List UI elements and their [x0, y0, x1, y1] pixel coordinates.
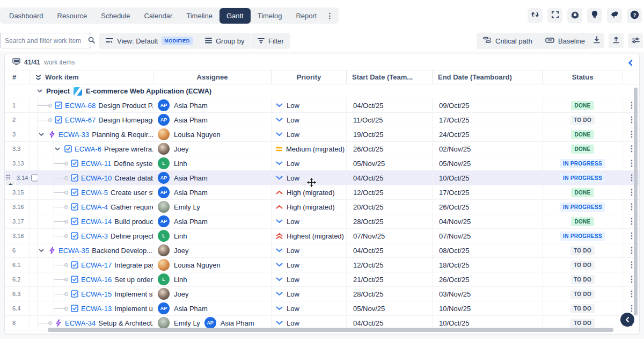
start-date-cell[interactable]: 21/Oct/25 [347, 272, 433, 286]
work-item-key-link[interactable]: ECWA-3 [81, 232, 108, 240]
assignee-cell[interactable]: Emily Ly [153, 200, 272, 214]
work-item-key-link[interactable]: ECWA-34 [65, 319, 96, 327]
end-date-cell[interactable]: 24/Oct/25 [433, 127, 543, 141]
status-cell[interactable]: TO DO [543, 287, 623, 301]
header-priority[interactable]: Priority [272, 70, 347, 84]
start-date-cell[interactable]: 11/Oct/25 [347, 113, 433, 127]
assignee-cell[interactable]: LLinh [153, 272, 272, 286]
end-date-cell[interactable]: 09/Oct/25 [433, 98, 543, 112]
end-date-cell[interactable]: 17/Oct/25 [433, 185, 543, 199]
status-cell[interactable]: TO DO [543, 258, 623, 272]
end-date-cell[interactable]: 26/Oct/25 [433, 200, 543, 214]
assignee-cell[interactable]: APAsia Pham [153, 98, 272, 112]
horizontal-scrollbar[interactable] [48, 328, 613, 332]
start-date-cell[interactable]: 05/Nov/25 [347, 301, 433, 315]
header-work-item[interactable]: Work item [30, 70, 153, 84]
table-row[interactable]: 3.13ECWA-11Define system ...LLinhLow05/N… [5, 156, 639, 171]
assignee-cell[interactable]: LLinh [153, 229, 272, 243]
start-date-cell[interactable]: 28/Oct/25 [347, 214, 433, 228]
assignee-cell[interactable]: APAsia Pham [153, 214, 272, 228]
collapse-table-icon[interactable] [628, 59, 633, 68]
assignee-cell[interactable]: APAsia Pham [153, 171, 272, 185]
table-row[interactable]: 3.3ECWA-6Prepare wirefra...JoeyMedium (m… [5, 142, 639, 156]
priority-cell[interactable]: Low [272, 272, 347, 286]
priority-cell[interactable]: High (migrated) [272, 185, 347, 199]
table-row[interactable]: 6.2ECWA-16Set up order pr...LLinhLow21/O… [5, 272, 639, 287]
priority-cell[interactable]: Low [272, 301, 347, 315]
status-cell[interactable]: TO DO [543, 243, 623, 257]
help-button[interactable]: ? [627, 8, 642, 23]
nav-tab-resource[interactable]: Resource [50, 8, 94, 24]
status-cell[interactable]: TO DO [543, 113, 623, 127]
start-date-cell[interactable]: 28/Oct/25 [347, 287, 433, 301]
link-point-icon[interactable] [64, 263, 68, 267]
status-cell[interactable]: DONE [543, 127, 623, 141]
end-date-cell[interactable]: 10/Nov/25 [433, 301, 543, 315]
link-point-icon[interactable] [48, 104, 52, 107]
priority-cell[interactable]: Low [272, 156, 347, 170]
table-row[interactable]: 6.3ECWA-15Implement sho...JoeyLow28/Oct/… [5, 287, 639, 301]
work-item-key-link[interactable]: ECWA-35 [58, 247, 89, 255]
priority-cell[interactable]: Low [272, 258, 347, 272]
priority-cell[interactable]: High (migrated) [272, 200, 347, 214]
export-button[interactable] [589, 33, 604, 48]
table-row[interactable]: 3ECWA-33Planning & Requir...Louisa Nguye… [5, 127, 639, 142]
nav-tab-report[interactable]: Report [289, 8, 324, 24]
group-by-button[interactable]: Group by [199, 33, 251, 49]
status-cell[interactable]: IN PROGRESS [543, 200, 623, 214]
expand-chevron-icon[interactable] [39, 249, 44, 253]
sync-button[interactable] [528, 8, 543, 23]
end-date-cell[interactable]: 04/Nov/25 [433, 214, 543, 228]
end-date-cell[interactable]: 17/Oct/25 [433, 113, 543, 127]
link-point-icon[interactable] [64, 162, 68, 165]
work-item-key-link[interactable]: ECWA-10 [81, 174, 112, 182]
work-item-key-link[interactable]: ECWA-6 [75, 145, 101, 153]
expand-chevron-icon[interactable] [55, 147, 60, 151]
start-date-cell[interactable]: 20/Oct/25 [347, 200, 433, 214]
assignee-cell[interactable]: Joey [153, 287, 272, 301]
status-cell[interactable]: TO DO [543, 272, 623, 286]
priority-cell[interactable]: Low [272, 98, 347, 112]
priority-cell[interactable]: Low [272, 287, 347, 301]
start-date-cell[interactable]: 26/Oct/25 [347, 142, 433, 156]
nav-tab-calendar[interactable]: Calendar [137, 8, 179, 24]
end-date-cell[interactable]: 26/Oct/25 [433, 272, 543, 286]
header-start-date[interactable]: Start Date (Team... [347, 70, 433, 84]
priority-cell[interactable]: Low [272, 171, 347, 185]
priority-cell[interactable]: Medium (migrated) [272, 142, 347, 156]
header-assignee[interactable]: Assignee [153, 70, 272, 84]
work-item-key-link[interactable]: ECWA-14 [81, 218, 112, 226]
priority-cell[interactable]: Low [272, 127, 347, 141]
work-item-key-link[interactable]: ECWA-67 [65, 116, 96, 124]
link-point-icon[interactable] [48, 118, 52, 122]
status-cell[interactable]: IN PROGRESS [543, 229, 623, 243]
start-date-cell[interactable]: 04/Oct/25 [347, 171, 433, 185]
table-row[interactable]: 2ECWA-67Design HomepageAPAsia PhamLow11/… [5, 113, 639, 127]
status-cell[interactable]: DONE [543, 142, 623, 156]
fullscreen-button[interactable] [547, 8, 562, 23]
table-row[interactable]: 3.15ECWA-5Create user stor...APAsia Pham… [5, 185, 639, 200]
announcements-button[interactable] [607, 8, 622, 23]
status-cell[interactable]: DONE [543, 185, 623, 199]
expand-chevron-icon[interactable] [39, 133, 44, 136]
collapse-all-icon[interactable] [35, 74, 41, 81]
end-date-cell[interactable]: 10/Oct/25 [433, 171, 543, 185]
table-row[interactable]: 6.1ECWA-17Integrate paym...Louisa Nguyen… [5, 258, 639, 272]
end-date-cell[interactable]: 07/Nov/25 [433, 229, 543, 243]
nav-tab-schedule[interactable]: Schedule [94, 8, 137, 24]
nav-more-menu[interactable]: ⋮ [324, 11, 335, 20]
end-date-cell[interactable]: 08/Oct/25 [433, 243, 543, 257]
link-point-icon[interactable] [64, 220, 68, 223]
link-point-icon[interactable] [64, 176, 68, 180]
status-cell[interactable]: IN PROGRESS [543, 156, 623, 170]
priority-cell[interactable]: Low [272, 113, 347, 127]
start-date-cell[interactable]: 07/Nov/25 [347, 229, 433, 243]
link-point-icon[interactable] [64, 292, 68, 296]
view-button[interactable]: View: Default MODIFIED [99, 33, 199, 49]
work-item-key-link[interactable]: ECWA-11 [81, 160, 111, 168]
nav-tab-dashboard[interactable]: Dashboard [2, 8, 50, 24]
link-point-icon[interactable] [64, 307, 68, 311]
tips-button[interactable] [587, 8, 602, 23]
status-cell[interactable]: DONE [543, 98, 623, 112]
start-date-cell[interactable]: 04/Oct/25 [347, 98, 433, 112]
